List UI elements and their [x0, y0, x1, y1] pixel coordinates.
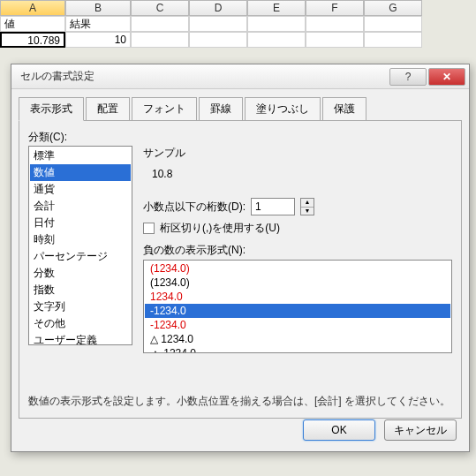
cell[interactable]: 値	[0, 16, 65, 32]
category-item[interactable]: 指数	[30, 282, 131, 298]
tab[interactable]: 罫線	[199, 97, 243, 121]
close-icon: ✕	[442, 71, 451, 83]
cell[interactable]: 10	[65, 32, 131, 48]
column-header[interactable]: B	[65, 0, 131, 16]
category-label: 分類(C):	[28, 130, 452, 145]
tab[interactable]: 保護	[322, 97, 366, 121]
negative-format-item[interactable]: ▲ 1234.0	[145, 346, 450, 353]
decimal-spinner[interactable]: ▲▼	[300, 198, 314, 215]
tab-strip: 表示形式配置フォント罫線塗りつぶし保護	[19, 96, 462, 120]
category-item[interactable]: 時刻	[30, 231, 131, 248]
negative-list[interactable]: (1234.0)(1234.0)1234.0-1234.0-1234.0△ 12…	[143, 260, 452, 353]
column-header[interactable]: F	[306, 0, 364, 16]
dialog-title: セルの書式設定	[20, 69, 388, 84]
cell[interactable]	[306, 32, 364, 48]
close-button[interactable]: ✕	[428, 68, 465, 86]
category-item[interactable]: 日付	[30, 215, 131, 231]
category-item[interactable]: 標準	[30, 147, 131, 164]
cell[interactable]	[364, 16, 422, 32]
column-header[interactable]: D	[189, 0, 247, 16]
negative-format-item[interactable]: (1234.0)	[145, 261, 450, 276]
format-cells-dialog: セルの書式設定 ? ✕ 表示形式配置フォント罫線塗りつぶし保護 分類(C): 標…	[11, 64, 470, 452]
tab[interactable]: 配置	[86, 97, 130, 121]
negative-label: 負の数の表示形式(N):	[143, 243, 452, 258]
separator-label: 桁区切り(,)を使用する(U)	[160, 221, 280, 236]
spreadsheet: ABCDEFG 値結果 10.78910	[0, 0, 476, 48]
column-header[interactable]: A	[0, 0, 65, 16]
negative-format-item[interactable]: -1234.0	[145, 318, 450, 332]
cancel-button[interactable]: キャンセル	[384, 419, 457, 441]
category-item[interactable]: パーセンテージ	[30, 248, 131, 265]
cell[interactable]	[364, 32, 422, 48]
column-header[interactable]: E	[247, 0, 306, 16]
sample-value: 10.8	[152, 168, 443, 180]
sample-label: サンプル	[143, 146, 452, 161]
cell[interactable]	[189, 16, 247, 32]
category-item[interactable]: 文字列	[30, 298, 131, 315]
cell[interactable]: 結果	[65, 16, 131, 32]
category-list[interactable]: 標準数値通貨会計日付時刻パーセンテージ分数指数文字列その他ユーザー定義	[28, 146, 132, 345]
category-item[interactable]: 数値	[30, 164, 131, 181]
cell[interactable]: 10.789	[0, 32, 65, 48]
cell[interactable]	[189, 32, 247, 48]
category-item[interactable]: 分数	[30, 265, 131, 282]
column-header[interactable]: G	[364, 0, 422, 16]
description-text: 数値の表示形式を設定します。小数点位置を揃える場合は、[会計] を選択してくださ…	[28, 394, 452, 409]
cell[interactable]	[131, 16, 189, 32]
negative-format-item[interactable]: (1234.0)	[145, 276, 450, 290]
cell[interactable]	[247, 16, 306, 32]
tab[interactable]: 塗りつぶし	[245, 97, 321, 121]
separator-checkbox[interactable]	[143, 223, 155, 234]
cell[interactable]	[131, 32, 189, 48]
sample-box: 10.8	[143, 162, 452, 189]
negative-format-item[interactable]: -1234.0	[145, 304, 450, 318]
decimal-label: 小数点以下の桁数(D):	[143, 200, 246, 215]
tab-panel: 分類(C): 標準数値通貨会計日付時刻パーセンテージ分数指数文字列その他ユーザー…	[19, 120, 462, 419]
category-item[interactable]: 通貨	[30, 181, 131, 198]
cell[interactable]	[247, 32, 306, 48]
negative-format-item[interactable]: △ 1234.0	[145, 332, 450, 346]
spin-down-icon[interactable]: ▼	[301, 208, 314, 215]
category-item[interactable]: その他	[30, 315, 131, 332]
spin-up-icon[interactable]: ▲	[301, 199, 314, 208]
help-button[interactable]: ?	[389, 68, 427, 86]
tab[interactable]: 表示形式	[19, 97, 84, 121]
negative-format-item[interactable]: 1234.0	[145, 290, 450, 304]
help-icon: ?	[405, 71, 412, 83]
decimal-input[interactable]	[251, 198, 295, 215]
category-item[interactable]: ユーザー定義	[30, 332, 131, 345]
titlebar[interactable]: セルの書式設定 ? ✕	[11, 64, 469, 89]
ok-button[interactable]: OK	[303, 419, 375, 441]
tab[interactable]: フォント	[132, 97, 197, 121]
cell[interactable]	[306, 16, 364, 32]
category-item[interactable]: 会計	[30, 198, 131, 215]
column-header[interactable]: C	[131, 0, 189, 16]
